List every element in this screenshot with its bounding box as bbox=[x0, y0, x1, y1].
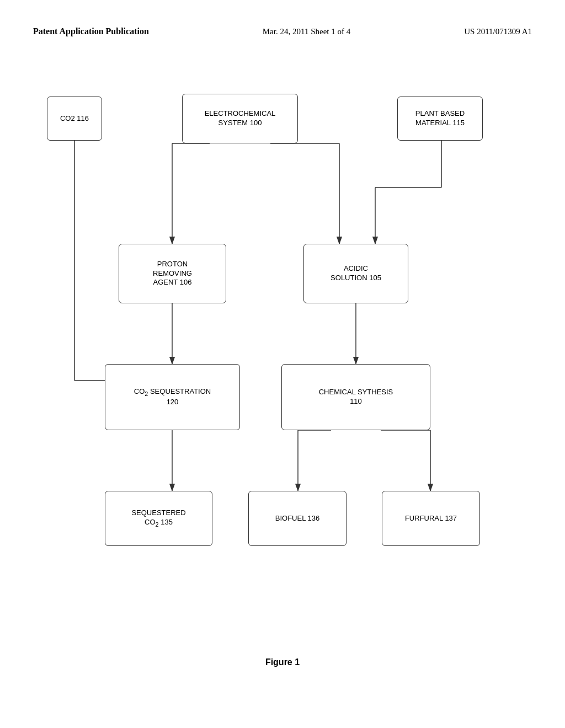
biofuel-label: BIOFUEL 136 bbox=[275, 514, 319, 523]
page: Patent Application Publication Mar. 24, … bbox=[0, 0, 565, 728]
chemical-box: CHEMICAL SYTHESIS110 bbox=[281, 364, 430, 430]
acidic-label: ACIDICSOLUTION 105 bbox=[331, 264, 381, 283]
header-right: US 2011/071309 A1 bbox=[464, 27, 532, 36]
plant-based-box: PLANT BASEDMATERIAL 115 bbox=[397, 97, 483, 141]
proton-box: PROTONREMOVINGAGENT 106 bbox=[119, 244, 226, 303]
acidic-box: ACIDICSOLUTION 105 bbox=[303, 244, 408, 303]
chemical-label: CHEMICAL SYTHESIS110 bbox=[319, 388, 393, 406]
furfural-label: FURFURAL 137 bbox=[405, 514, 457, 523]
co2-box: CO2 116 bbox=[47, 97, 102, 141]
sequestered-box: SEQUESTEREDCO2 135 bbox=[105, 491, 212, 546]
diagram: CO2 116 ELECTROCHEMICALSYSTEM 100 PLANT … bbox=[33, 88, 532, 618]
furfural-box: FURFURAL 137 bbox=[382, 491, 480, 546]
sequestered-label: SEQUESTEREDCO2 135 bbox=[131, 508, 185, 528]
electrochemical-box: ELECTROCHEMICALSYSTEM 100 bbox=[182, 94, 298, 143]
co2-seq-label: CO2 SEQUESTRATION120 bbox=[134, 387, 211, 407]
electrochemical-label: ELECTROCHEMICALSYSTEM 100 bbox=[205, 109, 276, 128]
co2-label: CO2 116 bbox=[60, 114, 89, 124]
header-center: Mar. 24, 2011 Sheet 1 of 4 bbox=[263, 27, 350, 36]
proton-label: PROTONREMOVINGAGENT 106 bbox=[153, 260, 192, 288]
plant-based-label: PLANT BASEDMATERIAL 115 bbox=[415, 109, 465, 128]
biofuel-box: BIOFUEL 136 bbox=[248, 491, 347, 546]
header: Patent Application Publication Mar. 24, … bbox=[33, 26, 532, 36]
figure-caption: Figure 1 bbox=[0, 657, 565, 667]
header-left: Patent Application Publication bbox=[33, 26, 149, 36]
co2-seq-box: CO2 SEQUESTRATION120 bbox=[105, 364, 240, 430]
